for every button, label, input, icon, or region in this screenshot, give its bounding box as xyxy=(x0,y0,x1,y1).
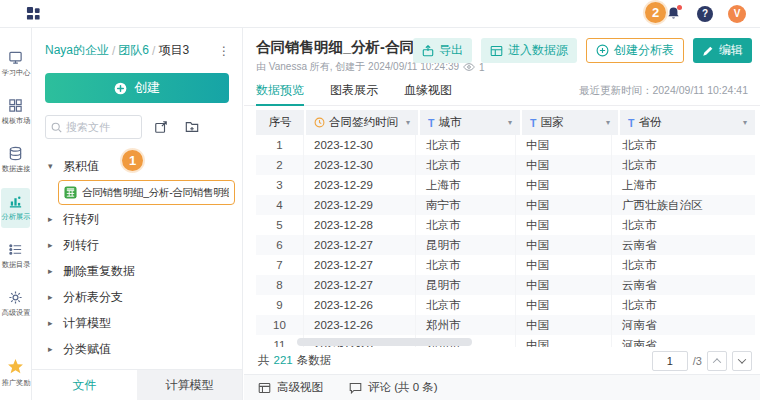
column-header-3[interactable]: T国家▾ xyxy=(522,110,618,135)
rail-item-label: 模板市场 xyxy=(1,116,30,126)
search-box[interactable] xyxy=(45,115,142,139)
column-header-label: 城市 xyxy=(438,115,461,130)
table-cell: 北京市 xyxy=(416,215,516,235)
comments-label: 评论 (共 0 条) xyxy=(368,380,438,395)
table-cell: 2023-12-27 xyxy=(304,275,416,295)
star-icon xyxy=(7,358,24,375)
create-button[interactable]: 创建 xyxy=(45,73,229,103)
import-file-icon[interactable] xyxy=(149,115,173,139)
tree-group-累积值[interactable]: ▾累积值 xyxy=(48,153,238,179)
rail-item-promo-reward[interactable]: 推广奖励 xyxy=(1,352,30,394)
tab-files[interactable]: 文件 xyxy=(32,370,137,400)
green-table-icon xyxy=(64,186,77,199)
table-cell: 9 xyxy=(256,295,304,315)
column-dropdown-icon[interactable]: ▾ xyxy=(406,118,410,127)
plus-circle-icon xyxy=(114,82,127,95)
rail-item-label: 高级设置 xyxy=(1,308,30,318)
sidebar: Naya的企业 / 团队6 / 项目3 ⋮ 创建 xyxy=(32,28,243,400)
table-cell: 2023-12-26 xyxy=(304,315,416,335)
main-tab-1[interactable]: 图表展示 xyxy=(330,76,378,106)
advanced-view-icon xyxy=(258,382,271,394)
table-cell: 中国 xyxy=(516,215,612,235)
column-dropdown-icon[interactable]: ▾ xyxy=(508,118,512,127)
tree-group-分类赋值[interactable]: ▸分类赋值 xyxy=(48,336,238,362)
sidebar-bottom-tabs: 文件 计算模型 xyxy=(32,369,242,400)
chevron-right-icon: ▸ xyxy=(48,240,56,250)
tree-group-label: 计算模型 xyxy=(63,315,111,332)
horizontal-scrollbar[interactable] xyxy=(297,338,472,346)
table-cell: 中国 xyxy=(516,135,612,155)
column-header-4[interactable]: T省份▾ xyxy=(620,110,755,135)
rail-item-data-connection[interactable]: 数据连接 xyxy=(1,140,30,180)
table-cell: 中国 xyxy=(516,235,612,255)
notifications-bell-icon[interactable] xyxy=(666,6,682,22)
tree-group-计算模型[interactable]: ▸计算模型 xyxy=(48,310,238,336)
rail-item-template-market[interactable]: 模板市场 xyxy=(1,92,30,132)
help-icon[interactable]: ? xyxy=(697,6,713,22)
table-cell: 2 xyxy=(256,155,304,175)
tree-group-行转列[interactable]: ▸行转列 xyxy=(48,206,238,232)
table-row: 102023-12-26郑州市中国河南省 xyxy=(256,315,755,335)
text-field-icon: T xyxy=(530,117,536,129)
tree-group-label: 累积值 xyxy=(63,158,99,175)
column-dropdown-icon[interactable]: ▾ xyxy=(606,118,610,127)
comments-button[interactable]: 评论 (共 0 条) xyxy=(349,380,438,395)
export-button-label: 导出 xyxy=(439,42,463,59)
table-cell: 2023-12-30 xyxy=(304,155,416,175)
rail-item-advanced-settings[interactable]: 高级设置 xyxy=(1,284,30,324)
main-header: 合同销售明细_分析-合同销售明细 由 Vanessa 所有, 创建于 2024/… xyxy=(244,28,760,76)
breadcrumb-org[interactable]: Naya的企业 xyxy=(45,42,109,59)
tree-group-label: 分类赋值 xyxy=(63,341,111,358)
rail-item-label: 推广奖励 xyxy=(1,378,30,388)
table-cell: 7 xyxy=(256,255,304,275)
table-cell: 3 xyxy=(256,175,304,195)
data-preview-table: 序号合同签约时间▾T城市▾T国家▾T省份▾ 12023-12-30北京市中国北京… xyxy=(244,106,760,347)
table-cell: 北京市 xyxy=(612,155,755,175)
tree-group-删除重复数据[interactable]: ▸删除重复数据 xyxy=(48,258,238,284)
main-tab-0[interactable]: 数据预览 xyxy=(256,76,304,106)
pagination: /3 xyxy=(652,351,752,371)
table-row: 32023-12-29上海市中国上海市 xyxy=(256,175,755,195)
tree-group-分析表分支[interactable]: ▸分析表分支 xyxy=(48,284,238,310)
export-button[interactable]: 导出 xyxy=(413,38,472,63)
more-options-icon[interactable]: ⋮ xyxy=(214,44,234,58)
rail-item-data-catalog[interactable]: 数据目录 xyxy=(1,236,30,276)
page-total-text: /3 xyxy=(693,355,702,367)
table-row: 22023-12-30北京市中国北京市 xyxy=(256,155,755,175)
total-count-number: 221 xyxy=(274,354,293,366)
advanced-view-button[interactable]: 高级视图 xyxy=(258,380,323,395)
action-buttons: 导出 进入数据源 创建分析表 xyxy=(413,38,754,63)
main-tab-2[interactable]: 血缘视图 xyxy=(404,76,452,106)
search-input[interactable] xyxy=(66,121,136,133)
user-avatar[interactable]: V xyxy=(728,5,746,23)
table-cell: 北京市 xyxy=(416,295,516,315)
tree-group-列转行[interactable]: ▸列转行 xyxy=(48,232,238,258)
tree-item-selected-analysis-table[interactable]: 合同销售明细_分析-合同销售明细 xyxy=(58,180,235,205)
create-analysis-table-button[interactable]: 创建分析表 xyxy=(586,38,684,63)
chevron-right-icon: ▸ xyxy=(48,214,56,224)
tab-calc-model[interactable]: 计算模型 xyxy=(137,370,242,400)
enter-datasource-button[interactable]: 进入数据源 xyxy=(481,38,577,63)
table-cell: 中国 xyxy=(516,335,612,347)
page-up-button[interactable] xyxy=(707,351,727,371)
edit-button[interactable]: 编辑 xyxy=(693,38,752,63)
table-cell: 云南省 xyxy=(612,275,755,295)
data-connection-icon xyxy=(8,146,23,161)
rail-item-learning-center[interactable]: 学习中心 xyxy=(1,44,30,84)
column-dropdown-icon[interactable]: ▾ xyxy=(743,118,747,127)
app-logo-icon[interactable] xyxy=(26,6,41,21)
column-header-2[interactable]: T城市▾ xyxy=(420,110,520,135)
table-cell: 8 xyxy=(256,275,304,295)
page-number-input[interactable] xyxy=(652,351,688,371)
rail-item-analysis-display[interactable]: 分析展示 xyxy=(1,188,30,228)
table-cell: 5 xyxy=(256,215,304,235)
tree-item-label: 合同销售明细_分析-合同销售明细 xyxy=(82,186,229,200)
breadcrumb-team[interactable]: 团队6 xyxy=(118,42,149,59)
table-cell: 上海市 xyxy=(416,175,516,195)
table-cell: 北京市 xyxy=(612,215,755,235)
new-folder-icon[interactable] xyxy=(180,115,204,139)
page-down-button[interactable] xyxy=(732,351,752,371)
total-count-text: 共221条数据 xyxy=(258,353,331,368)
column-header-1[interactable]: 合同签约时间▾ xyxy=(306,110,418,135)
column-header-label: 合同签约时间 xyxy=(329,115,398,130)
